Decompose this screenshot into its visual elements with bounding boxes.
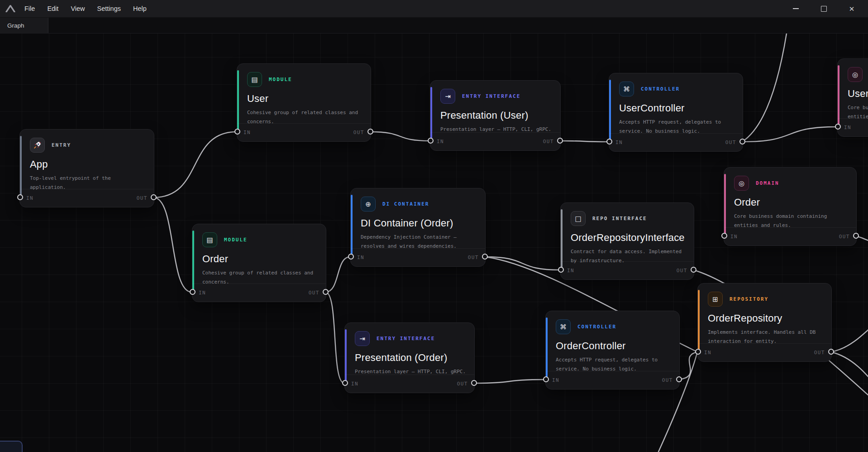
node-title: Order (192, 247, 326, 265)
out-port[interactable] (557, 138, 563, 144)
out-port[interactable] (828, 349, 834, 355)
arrow-to-bar-icon: ⇥ (355, 331, 370, 346)
edge (742, 34, 788, 142)
app-logo-icon (0, 5, 21, 12)
node-footer: IN OUT (609, 133, 743, 151)
square-icon: □ (571, 211, 586, 226)
minimize-icon[interactable] (792, 5, 799, 12)
node-title: User (838, 82, 868, 100)
node-presentation-user[interactable]: ⇥ ENTRY INTERFACE Presentation (User) Pr… (430, 80, 561, 151)
node-title: OrderRepositoryInterface (561, 226, 694, 244)
edge (153, 132, 237, 197)
node-type-tag: ENTRY INTERFACE (462, 93, 520, 99)
tab-graph[interactable]: Graph (0, 18, 48, 33)
node-type-tag: MODULE (224, 237, 248, 243)
node-module-order[interactable]: ▤ MODULE Order Cohesive group of related… (192, 224, 326, 302)
in-port-label: IN (351, 381, 358, 387)
out-port[interactable] (367, 129, 373, 135)
out-port-label: OUT (137, 195, 148, 201)
in-port-label: IN (730, 234, 738, 240)
in-port[interactable] (558, 267, 564, 273)
in-port[interactable] (428, 138, 434, 144)
module-icon: ▤ (202, 232, 217, 247)
in-port[interactable] (606, 139, 612, 144)
node-title: UserController (609, 96, 743, 114)
target-icon: ◎ (734, 176, 749, 191)
in-port[interactable] (543, 376, 549, 382)
node-title: App (20, 153, 154, 170)
close-icon[interactable]: ✕ (848, 5, 855, 12)
in-port-label: IN (615, 139, 623, 145)
node-repo-interface-order[interactable]: □ REPO INTERFACE OrderRepositoryInterfac… (560, 202, 694, 280)
globe-icon: ⊕ (361, 197, 376, 212)
node-type-tag: ENTRY (52, 142, 71, 148)
in-port-label: IN (357, 255, 364, 260)
node-domain-user[interactable]: ◎ DOMAIN User Core business domain conta… (837, 58, 868, 137)
in-port-label: IN (437, 139, 444, 144)
edge (742, 127, 837, 142)
node-footer: IN OUT (430, 132, 560, 150)
out-port-label: OUT (353, 130, 364, 135)
node-module-user[interactable]: ▤ MODULE User Cohesive group of related … (237, 63, 371, 142)
node-type-tag: CONTROLLER (641, 86, 680, 92)
arrow-to-bar-icon: ⇥ (440, 89, 455, 104)
out-port[interactable] (151, 194, 157, 200)
in-port[interactable] (234, 129, 240, 135)
rocket-icon (30, 138, 45, 153)
out-port-label: OUT (677, 268, 687, 274)
out-port[interactable] (482, 254, 488, 260)
in-port[interactable] (190, 289, 196, 295)
edge (560, 141, 609, 142)
menu-item-view[interactable]: View (71, 5, 85, 12)
in-port[interactable] (835, 124, 841, 130)
node-footer: IN OUT (20, 189, 154, 207)
node-title: Presentation (User) (430, 104, 560, 121)
node-controller-order[interactable]: ⌘ CONTROLLER OrderController Accepts HTT… (545, 311, 680, 389)
menu-item-help[interactable]: Help (133, 5, 147, 12)
node-type-tag: REPOSITORY (730, 296, 768, 302)
edge (153, 197, 192, 292)
out-port[interactable] (323, 289, 329, 295)
node-footer: IN OUT (698, 343, 831, 361)
minimap[interactable] (0, 441, 23, 452)
menu-item-file[interactable]: File (24, 5, 35, 12)
out-port[interactable] (691, 267, 696, 273)
node-footer: IN OUT (192, 284, 326, 302)
node-domain-order[interactable]: ◎ DOMAIN Order Core business domain cont… (724, 167, 857, 246)
menu-item-edit[interactable]: Edit (47, 5, 58, 12)
maximize-icon[interactable] (820, 5, 827, 12)
in-port-label: IN (567, 268, 574, 274)
out-port-label: OUT (457, 381, 468, 387)
graph-canvas[interactable]: ENTRY App Top-level entrypoint of the ap… (0, 34, 868, 452)
node-repository-order[interactable]: ⊞ REPOSITORY OrderRepository Implements … (697, 283, 832, 362)
node-presentation-order[interactable]: ⇥ ENTRY INTERFACE Presentation (Order) P… (344, 322, 475, 393)
menu-item-settings[interactable]: Settings (97, 5, 121, 12)
edge (325, 292, 344, 383)
node-type-tag: REPO INTERFACE (592, 216, 647, 221)
in-port[interactable] (721, 233, 727, 239)
node-footer: IN OUT (237, 123, 371, 141)
out-port[interactable] (853, 233, 859, 239)
in-port-label: IN (704, 350, 711, 356)
node-controller-user[interactable]: ⌘ CONTROLLER UserController Accepts HTTP… (609, 73, 743, 152)
in-port-label: IN (26, 195, 33, 201)
in-port[interactable] (695, 349, 701, 355)
in-port[interactable] (342, 380, 348, 386)
node-title: Presentation (Order) (345, 346, 474, 364)
out-port-label: OUT (468, 255, 479, 260)
node-type-tag: ENTRY INTERFACE (377, 336, 435, 341)
node-app[interactable]: ENTRY App Top-level entrypoint of the ap… (19, 129, 154, 207)
out-port[interactable] (676, 376, 682, 382)
out-port[interactable] (471, 380, 477, 386)
grid-icon: ⊞ (708, 292, 723, 307)
out-port[interactable] (739, 139, 745, 144)
node-di-order[interactable]: ⊕ DI CONTAINER DI Container (Order) Depe… (350, 188, 486, 267)
in-port[interactable] (348, 254, 354, 260)
out-port-label: OUT (839, 234, 850, 240)
out-port-label: OUT (309, 290, 320, 296)
node-title: OrderRepository (698, 307, 831, 324)
in-port[interactable] (17, 194, 23, 200)
command-icon: ⌘ (619, 82, 634, 96)
in-port-label: IN (844, 125, 851, 130)
node-title: User (237, 87, 371, 105)
